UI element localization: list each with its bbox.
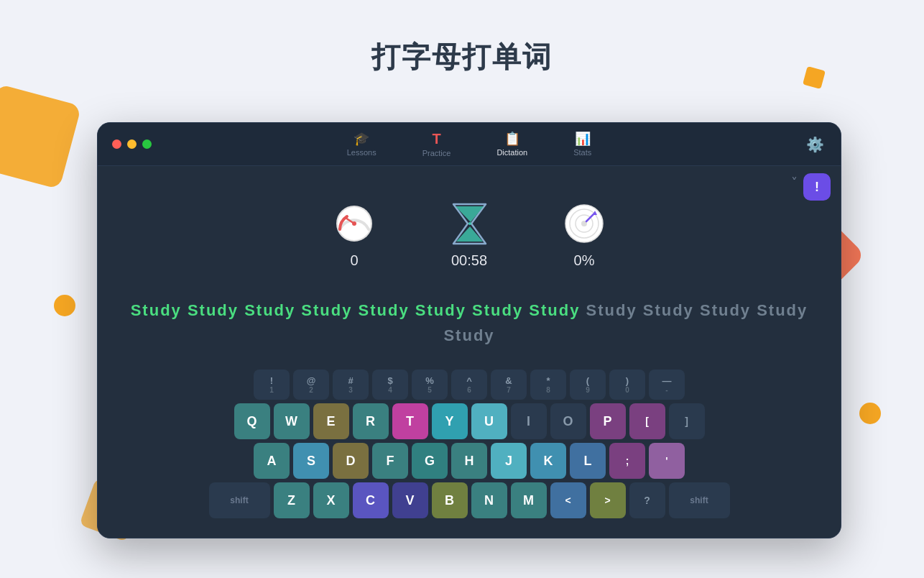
key-bracket-open[interactable]: [ xyxy=(629,403,665,439)
title-bar: 🎓 Lessons T Practice 📋 Dictation 📊 Stats… xyxy=(98,123,841,166)
key-bracket-close[interactable]: ] xyxy=(669,403,705,439)
cursor-position: y xyxy=(570,301,580,319)
tab-stats[interactable]: 📊 Stats xyxy=(568,129,597,160)
key-y[interactable]: Y xyxy=(432,403,468,439)
right-shift-key[interactable]: shift xyxy=(669,482,730,518)
alert-icon: ! xyxy=(815,180,819,195)
nav-tabs: 🎓 Lessons T Practice 📋 Dictation 📊 Stats xyxy=(341,129,598,160)
key-u[interactable]: U xyxy=(471,403,507,439)
key-o[interactable]: O xyxy=(550,403,586,439)
key-3[interactable]: #3 xyxy=(333,370,369,400)
page-title: 打字母打单词 xyxy=(371,37,553,77)
tab-dictation[interactable]: 📋 Dictation xyxy=(491,129,533,160)
key-x[interactable]: X xyxy=(313,482,349,518)
key-p[interactable]: P xyxy=(590,403,626,439)
key-m[interactable]: M xyxy=(511,482,547,518)
content-area: ˅ ! 0 xyxy=(98,166,841,538)
key-7[interactable]: &7 xyxy=(491,370,527,400)
key-v[interactable]: V xyxy=(392,482,428,518)
stats-label: Stats xyxy=(573,148,591,157)
key-e[interactable]: E xyxy=(313,403,349,439)
key-6[interactable]: ^6 xyxy=(451,370,487,400)
bg-decoration-circle-left xyxy=(54,295,75,316)
stat-score: 0 xyxy=(333,202,376,269)
key-l[interactable]: L xyxy=(570,443,606,479)
key-z[interactable]: Z xyxy=(274,482,310,518)
key-b[interactable]: B xyxy=(432,482,468,518)
app-window: 🎓 Lessons T Practice 📋 Dictation 📊 Stats… xyxy=(97,122,841,538)
typed-words: Study Study Study Study Study Study Stud… xyxy=(131,301,570,319)
key-slash[interactable]: ? xyxy=(629,482,665,518)
qwerty-row: Q W E R T Y U I O P [ ] xyxy=(112,403,826,439)
alert-button[interactable]: ! xyxy=(803,173,831,201)
stat-accuracy: 0% xyxy=(563,202,606,269)
key-t[interactable]: T xyxy=(392,403,428,439)
key-4[interactable]: $4 xyxy=(372,370,408,400)
key-semicolon[interactable]: ; xyxy=(609,443,645,479)
left-shift-key[interactable]: shift xyxy=(209,482,270,518)
key-w[interactable]: W xyxy=(274,403,310,439)
key-c[interactable]: C xyxy=(353,482,389,518)
key-d[interactable]: D xyxy=(333,443,369,479)
key-s[interactable]: S xyxy=(293,443,329,479)
key-j[interactable]: J xyxy=(491,443,527,479)
key-comma[interactable]: < xyxy=(550,482,586,518)
key-quote[interactable]: ' xyxy=(649,443,685,479)
dictation-label: Dictation xyxy=(496,148,527,157)
key-k[interactable]: K xyxy=(530,443,566,479)
asdf-row: A S D F G H J K L ; ' xyxy=(112,443,826,479)
key-8[interactable]: *8 xyxy=(530,370,566,400)
key-0[interactable]: )0 xyxy=(609,370,645,400)
dropdown-button[interactable]: ˅ xyxy=(791,175,798,191)
key-q[interactable]: Q xyxy=(234,403,270,439)
minimize-button[interactable] xyxy=(127,139,137,149)
key-1[interactable]: !1 xyxy=(254,370,290,400)
hourglass-icon xyxy=(448,202,491,245)
bg-decoration-circle-right xyxy=(859,403,881,424)
key-period[interactable]: > xyxy=(590,482,626,518)
svg-point-3 xyxy=(468,222,471,225)
timer-value: 00:58 xyxy=(451,252,487,269)
key-n[interactable]: N xyxy=(471,482,507,518)
bg-decoration-top-right xyxy=(803,66,826,89)
key-a[interactable]: A xyxy=(254,443,290,479)
keyboard-area: !1 @2 #3 $4 %5 ^6 &7 *8 (9 )0 —- Q W E R… xyxy=(98,370,841,529)
dictation-icon: 📋 xyxy=(504,132,520,145)
speedometer-icon xyxy=(333,202,376,245)
bg-decoration-left xyxy=(0,84,81,190)
key-h[interactable]: H xyxy=(451,443,487,479)
score-value: 0 xyxy=(350,252,358,269)
key-9[interactable]: (9 xyxy=(570,370,606,400)
lessons-icon: 🎓 xyxy=(354,132,369,145)
practice-label: Practice xyxy=(422,149,451,157)
key-g[interactable]: G xyxy=(412,443,448,479)
window-controls xyxy=(112,139,152,149)
maximize-button[interactable] xyxy=(142,139,152,149)
key-f[interactable]: F xyxy=(372,443,408,479)
key-i[interactable]: I xyxy=(511,403,547,439)
key-2[interactable]: @2 xyxy=(293,370,329,400)
target-icon xyxy=(563,202,606,245)
settings-button[interactable]: ⚙️ xyxy=(803,133,826,156)
key-5[interactable]: %5 xyxy=(412,370,448,400)
key-r[interactable]: R xyxy=(353,403,389,439)
lessons-label: Lessons xyxy=(347,148,376,157)
tab-lessons[interactable]: 🎓 Lessons xyxy=(341,129,382,160)
zxcv-row: shift Z X C V B N M < > ? shift xyxy=(112,482,826,518)
accuracy-value: 0% xyxy=(574,252,595,269)
word-display: Study Study Study Study Study Study Stud… xyxy=(98,290,841,370)
practice-icon: T xyxy=(432,132,440,146)
stats-row: 0 00:58 xyxy=(98,166,841,290)
key-dash[interactable]: —- xyxy=(649,370,685,400)
stats-icon: 📊 xyxy=(575,132,591,145)
close-button[interactable] xyxy=(112,139,121,149)
tab-practice[interactable]: T Practice xyxy=(417,129,457,160)
stat-timer: 00:58 xyxy=(448,202,491,269)
number-row: !1 @2 #3 $4 %5 ^6 &7 *8 (9 )0 —- xyxy=(112,370,826,400)
